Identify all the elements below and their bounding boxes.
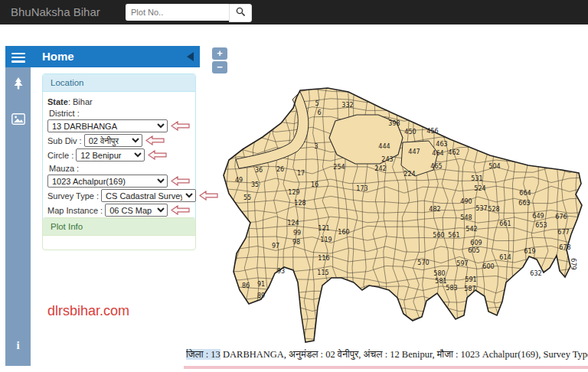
annotation-arrow-icon [199,191,219,201]
district-row: 13 DARBHANGA [47,119,191,132]
status-highlight: जिला : 13 [186,349,220,360]
status-text: DARBHANGA, अनुमंडल : 02 वेनीपुर, अंचल : … [220,349,588,360]
mapinstance-row: Map Instance :06 CS Map [47,204,191,217]
annotation-arrow-icon [171,205,191,215]
watermark-text: dlrsbihar.com [47,303,129,319]
mauza-row: 1023 Achalpur(169) [47,175,191,188]
subdiv-label: Sub Div : [47,136,82,145]
mauza-select[interactable]: 1023 Achalpur(169) [47,175,168,188]
plot-info-title: Plot Info [43,218,195,236]
menu-icon[interactable] [11,51,27,63]
plot-search-input[interactable] [126,4,229,21]
map-zoom-controls: + − [212,47,227,75]
annotation-arrow-icon [148,150,168,160]
tree-icon[interactable] [5,77,31,93]
state-row: State: Bihar [47,97,191,106]
mauza-label: Mauza : [49,164,191,173]
info-icon[interactable]: i [5,339,31,352]
plot-info-panel: Plot Info [42,217,196,250]
large-plot [329,115,403,164]
location-panel: Location State: Bihar District :13 DARBH… [42,73,196,240]
search-icon [236,6,246,20]
collapse-panel-icon[interactable] [187,52,194,61]
page-title: Home [42,50,74,63]
bhunaksha-app: BhuNaksha Bihar Home i Location [0,0,588,372]
annotation-arrow-icon [145,135,165,145]
location-fields: District :13 DARBHANGASub Div :02 वेनीपु… [47,109,191,231]
state-value: : Bihar [68,97,93,106]
home-panel-body: Location State: Bihar District :13 DARBH… [31,67,200,366]
plot-info-body [43,236,195,250]
status-bar: जिला : 13 DARBHANGA, अनुमंडल : 02 वेनीपु… [186,349,588,363]
zoom-in-button[interactable]: + [212,47,227,60]
mapinstance-select[interactable]: 06 CS Map [105,204,168,217]
top-navbar: BhuNaksha Bihar [0,0,588,24]
plot-search-group [126,4,252,21]
surveytype-row: Survey Type :CS Cadastral Survey [47,189,191,202]
zoom-out-button[interactable]: − [212,61,227,73]
app-brand: BhuNaksha Bihar [11,5,100,18]
search-button[interactable] [229,4,252,22]
subdiv-select[interactable]: 02 वेनीपुर [84,134,142,147]
location-panel-title: Location [43,74,195,92]
surveytype-select[interactable]: CS Cadastral Survey [101,189,196,202]
surveytype-label: Survey Type : [47,191,99,201]
district-label: District : [49,109,191,118]
mapinstance-label: Map Instance : [47,206,103,215]
district-select[interactable]: 13 DARBHANGA [47,119,168,132]
circle-label: Circle : [47,151,74,160]
cadastral-map[interactable]: 5633233984504564474442432422242544935553… [220,83,588,347]
left-sidebar: i [5,67,31,366]
bottom-scroll-indicator[interactable] [184,366,588,369]
state-label: State [47,97,68,106]
circle-select[interactable]: 12 Benipur [76,148,145,162]
cadastral-map-svg [220,83,588,347]
home-panel-header: Home [5,46,200,67]
image-icon[interactable] [5,113,31,128]
annotation-arrow-icon [171,176,191,186]
subdiv-row: Sub Div :02 वेनीपुर [47,134,191,147]
annotation-arrow-icon [171,121,191,131]
circle-row: Circle :12 Benipur [47,148,191,162]
